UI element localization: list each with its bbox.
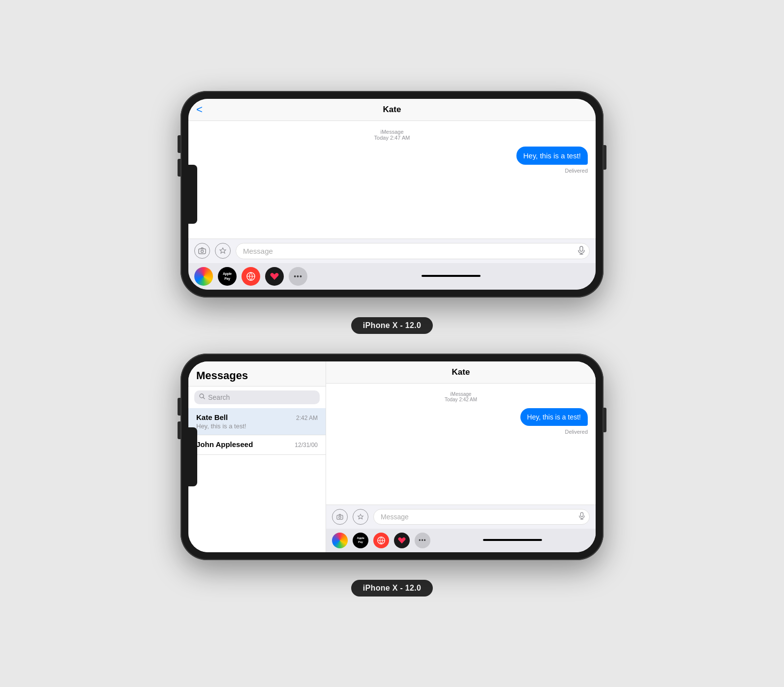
split-more-dots: ••• [419,537,426,544]
svg-rect-2 [580,246,583,251]
search-placeholder: Search [208,393,230,401]
split-globe-icon[interactable] [373,533,389,548]
home-indicator [422,275,481,277]
more-apps-icon[interactable]: ••• [289,267,307,286]
photos-app-icon[interactable] [194,267,213,286]
svg-line-8 [203,397,205,399]
chat-header: < Kate [188,99,596,121]
conv-time-john: 12/31/00 [295,442,318,448]
split-chat-header: Kate [326,361,596,384]
chat-messages-area: iMessage Today 2:47 AM Hey, this is a te… [188,121,596,239]
iphone-device-top: < Kate iMessage Today 2:47 AM Hey, this … [181,91,603,298]
heart-app-icon[interactable] [265,267,284,286]
phone1-screen: < Kate iMessage Today 2:47 AM Hey, this … [188,99,596,290]
split-heart-icon[interactable] [394,533,410,548]
notch [188,165,197,224]
svg-point-1 [201,250,204,253]
split-chat-title: Kate [452,367,470,377]
conv-preview-kate: Hey, this is a test! [196,422,318,430]
message-input-container[interactable]: Message [236,243,590,259]
message-placeholder: Message [243,247,273,255]
conv-name-kate: Kate Bell [196,413,228,421]
search-app-icon[interactable] [241,267,260,286]
conversation-list: Kate Bell 2:42 AM Hey, this is a test! J… [188,408,326,552]
conversation-item-kate[interactable]: Kate Bell 2:42 AM Hey, this is a test! [188,408,326,435]
svg-rect-9 [337,515,343,519]
volume-down-button-2[interactable] [178,421,181,439]
conversation-item-john[interactable]: John Appleseed 12/31/00 [188,435,326,455]
message-input-field[interactable]: Message [236,243,590,259]
appstore-icon-button[interactable] [215,243,231,259]
svg-point-10 [339,516,341,518]
search-icon [199,393,205,401]
chat-title: Kate [383,105,401,115]
sidebar-title: Messages [188,361,326,387]
split-screen: Messages Search Kate Bell 2:42 [188,361,596,552]
more-dots: ••• [294,272,302,280]
split-message-placeholder: Message [381,513,409,521]
split-chat-input-area: Message [326,505,596,529]
sent-message-bubble: Hey, this is a test! [516,147,588,165]
split-applepay-icon[interactable]: ApplePay [353,533,368,548]
power-button-2[interactable] [603,408,606,432]
chat-input-area: Message [188,239,596,263]
svg-rect-11 [580,512,583,517]
conv-time-kate: 2:42 AM [296,415,318,421]
power-button[interactable] [603,145,606,170]
split-mic-icon[interactable] [579,512,585,521]
device-label-2: iPhone X - 12.0 [351,580,433,597]
app-strip: ApplePay ••• [188,263,596,290]
mic-icon[interactable] [578,246,585,256]
messages-sidebar: Messages Search Kate Bell 2:42 [188,361,326,552]
notch-2 [188,427,197,486]
split-message-timestamp: iMessage Today 2:42 AM [334,391,588,402]
split-app-strip: ApplePay [326,529,596,552]
volume-up-button-2[interactable] [178,398,181,416]
device-label-1: iPhone X - 12.0 [351,317,433,334]
volume-down-button[interactable] [178,159,181,177]
split-message-input-container[interactable]: Message [373,509,590,525]
split-photos-icon[interactable] [332,533,348,548]
applepay-icon[interactable]: ApplePay [218,267,237,286]
split-camera-icon[interactable] [332,509,348,525]
camera-icon-button[interactable] [194,243,210,259]
delivered-status: Delivered [196,168,588,174]
split-sent-bubble: Hey, this is a test! [520,408,588,426]
split-appstore-icon[interactable] [353,509,368,525]
split-more-icon[interactable]: ••• [415,533,430,548]
svg-rect-0 [199,249,206,254]
sidebar-search-bar[interactable]: Search [194,390,320,404]
split-chat-pane: Kate iMessage Today 2:42 AM Hey, this is… [326,361,596,552]
phone2-screen: Messages Search Kate Bell 2:42 [188,361,596,552]
back-button[interactable]: < [196,103,203,116]
split-delivered-status: Delivered [334,429,588,435]
split-chat-messages: iMessage Today 2:42 AM Hey, this is a te… [326,384,596,505]
split-home-indicator [483,539,542,541]
split-message-input[interactable]: Message [373,509,590,525]
iphone-device-bottom: Messages Search Kate Bell 2:42 [181,354,603,560]
conv-name-john: John Appleseed [196,440,253,448]
volume-up-button[interactable] [178,135,181,153]
message-timestamp: iMessage Today 2:47 AM [196,129,588,141]
